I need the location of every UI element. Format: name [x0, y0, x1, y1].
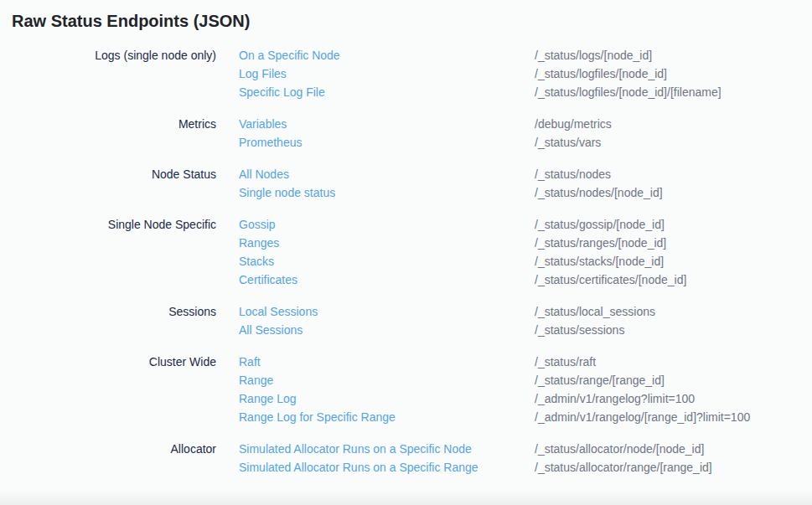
- endpoint-row: Ranges/_status/ranges/[node_id]: [0, 234, 812, 252]
- endpoint-group: Cluster WideRaft/_status/raftRange/_stat…: [0, 353, 812, 426]
- category-label: Logs (single node only): [0, 46, 216, 64]
- endpoint-row: All Sessions/_status/sessions: [0, 321, 812, 339]
- endpoint-url: /_status/stacks/[node_id]: [535, 252, 812, 271]
- endpoint-link[interactable]: Prometheus: [216, 133, 535, 152]
- category-label: [0, 252, 216, 271]
- endpoint-link[interactable]: Single node status: [216, 183, 535, 202]
- endpoint-group: AllocatorSimulated Allocator Runs on a S…: [0, 440, 812, 477]
- category-label: [0, 389, 216, 408]
- endpoint-url: /_status/nodes/[node_id]: [535, 183, 812, 202]
- category-label: [0, 408, 216, 426]
- endpoint-url: /_status/logs/[node_id]: [535, 46, 812, 64]
- endpoint-link[interactable]: All Sessions: [216, 321, 535, 339]
- category-label: Metrics: [0, 115, 216, 133]
- endpoint-group: MetricsVariables/debug/metricsPrometheus…: [0, 115, 812, 152]
- category-label: Cluster Wide: [0, 353, 216, 371]
- endpoint-row: Node StatusAll Nodes/_status/nodes: [0, 165, 812, 183]
- endpoint-row: Range Log for Specific Range/_admin/v1/r…: [0, 408, 812, 426]
- endpoint-url: /_status/certificates/[node_id]: [535, 271, 812, 289]
- endpoint-url: /_status/sessions: [535, 321, 812, 339]
- endpoint-link[interactable]: Certificates: [216, 271, 535, 289]
- category-label: [0, 271, 216, 289]
- endpoint-link[interactable]: Simulated Allocator Runs on a Specific R…: [216, 458, 535, 477]
- endpoint-link[interactable]: On a Specific Node: [216, 46, 535, 64]
- endpoint-url: /_status/gossip/[node_id]: [535, 215, 812, 234]
- endpoint-group: SessionsLocal Sessions/_status/local_ses…: [0, 302, 812, 339]
- endpoint-url: /_status/logfiles/[node_id]: [535, 64, 812, 83]
- endpoint-row: Stacks/_status/stacks/[node_id]: [0, 252, 812, 271]
- endpoint-link[interactable]: Stacks: [216, 252, 535, 271]
- endpoint-row: AllocatorSimulated Allocator Runs on a S…: [0, 440, 812, 458]
- category-label: [0, 64, 216, 83]
- endpoint-row: Single node status/_status/nodes/[node_i…: [0, 183, 812, 202]
- endpoint-url: /_status/range/[range_id]: [535, 371, 812, 389]
- endpoint-row: MetricsVariables/debug/metrics: [0, 115, 812, 133]
- endpoint-link[interactable]: All Nodes: [216, 165, 535, 183]
- endpoint-row: SessionsLocal Sessions/_status/local_ses…: [0, 302, 812, 321]
- endpoint-url: /_status/nodes: [535, 165, 812, 183]
- endpoint-row: Logs (single node only)On a Specific Nod…: [0, 46, 812, 64]
- category-label: [0, 133, 216, 152]
- endpoint-row: Certificates/_status/certificates/[node_…: [0, 271, 812, 289]
- endpoint-row: Range/_status/range/[range_id]: [0, 371, 812, 389]
- endpoint-row: Single Node SpecificGossip/_status/gossi…: [0, 215, 812, 234]
- category-label: [0, 458, 216, 477]
- endpoint-link[interactable]: Specific Log File: [216, 83, 535, 101]
- category-label: [0, 183, 216, 202]
- endpoint-row: Log Files/_status/logfiles/[node_id]: [0, 64, 812, 83]
- endpoint-url: /_status/allocator/node/[node_id]: [535, 440, 812, 458]
- raw-status-endpoints-page: Raw Status Endpoints (JSON) Logs (single…: [0, 10, 812, 477]
- endpoint-link[interactable]: Raft: [216, 353, 535, 371]
- endpoint-url: /_status/allocator/range/[range_id]: [535, 458, 812, 477]
- endpoint-link[interactable]: Range Log: [216, 389, 535, 408]
- endpoint-url: /_status/vars: [535, 133, 812, 152]
- endpoint-row: Prometheus/_status/vars: [0, 133, 812, 152]
- category-label: [0, 321, 216, 339]
- endpoint-link[interactable]: Range Log for Specific Range: [216, 408, 535, 426]
- endpoint-url: /_admin/v1/rangelog/[range_id]?limit=100: [535, 408, 812, 426]
- endpoint-url: /_status/raft: [535, 353, 812, 371]
- endpoint-group: Node StatusAll Nodes/_status/nodesSingle…: [0, 165, 812, 202]
- endpoint-row: Cluster WideRaft/_status/raft: [0, 353, 812, 371]
- endpoint-row: Range Log/_admin/v1/rangelog?limit=100: [0, 389, 812, 408]
- endpoint-row: Simulated Allocator Runs on a Specific R…: [0, 458, 812, 477]
- category-label: Sessions: [0, 302, 216, 321]
- endpoint-url: /_status/ranges/[node_id]: [535, 234, 812, 252]
- category-label: Single Node Specific: [0, 215, 216, 234]
- category-label: [0, 83, 216, 101]
- endpoint-groups: Logs (single node only)On a Specific Nod…: [0, 46, 812, 477]
- endpoint-group: Logs (single node only)On a Specific Nod…: [0, 46, 812, 101]
- endpoint-link[interactable]: Gossip: [216, 215, 535, 234]
- page-title: Raw Status Endpoints (JSON): [12, 10, 812, 32]
- category-label: [0, 234, 216, 252]
- endpoint-link[interactable]: Ranges: [216, 234, 535, 252]
- endpoint-url: /_status/logfiles/[node_id]/[filename]: [535, 83, 812, 101]
- endpoint-url: /_admin/v1/rangelog?limit=100: [535, 389, 812, 408]
- endpoint-link[interactable]: Local Sessions: [216, 302, 535, 321]
- endpoint-row: Specific Log File/_status/logfiles/[node…: [0, 83, 812, 101]
- category-label: Node Status: [0, 165, 216, 183]
- endpoint-url: /debug/metrics: [535, 115, 812, 133]
- endpoint-link[interactable]: Log Files: [216, 64, 535, 83]
- endpoint-link[interactable]: Range: [216, 371, 535, 389]
- endpoint-group: Single Node SpecificGossip/_status/gossi…: [0, 215, 812, 289]
- category-label: [0, 371, 216, 389]
- endpoint-url: /_status/local_sessions: [535, 302, 812, 321]
- endpoint-link[interactable]: Simulated Allocator Runs on a Specific N…: [216, 440, 535, 458]
- category-label: Allocator: [0, 440, 216, 458]
- endpoint-link[interactable]: Variables: [216, 115, 535, 133]
